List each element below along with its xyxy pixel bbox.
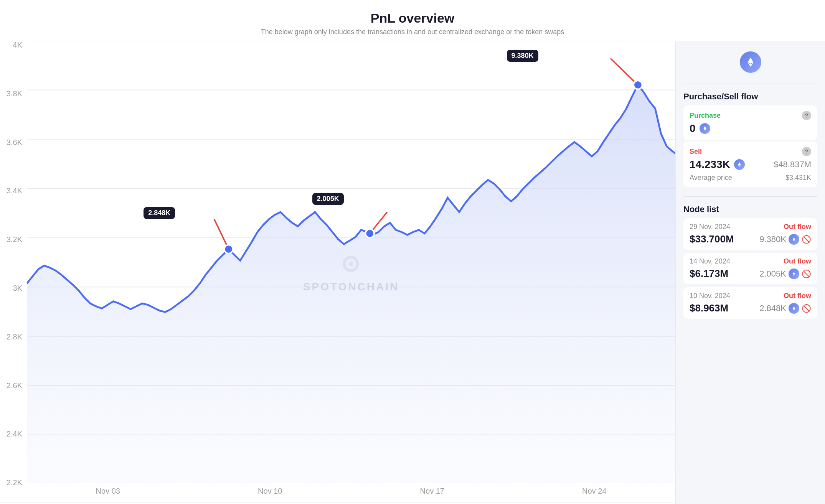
- node-header-2: 14 Nov, 2024 Out flow: [690, 257, 811, 265]
- node-eth-val-2: 2.005K: [759, 269, 786, 279]
- node-value-row-3: $8.963M 2.848K 🚫: [690, 302, 811, 314]
- node-item-2: 14 Nov, 2024 Out flow $6.173M 2.005K 🚫: [683, 253, 817, 284]
- eye-off-icon-1[interactable]: 🚫: [802, 235, 811, 244]
- sell-card: Sell ? 14.233K $48.837M Average price $3…: [683, 142, 817, 187]
- svg-line-10: [610, 59, 638, 85]
- x-label-nov24: Nov 24: [582, 487, 606, 496]
- node-flow-3: Out flow: [784, 292, 811, 300]
- node-eth-val-1: 9.380K: [759, 234, 786, 244]
- purchase-value: 0: [690, 122, 696, 135]
- x-label-nov10: Nov 10: [258, 487, 282, 496]
- right-panel: Purchase/Sell flow Purchase ? 0: [675, 41, 825, 504]
- divider-2: [683, 196, 817, 197]
- node-item-3: 10 Nov, 2024 Out flow $8.963M 2.848K 🚫: [683, 287, 817, 319]
- avg-price-value: $3.431K: [785, 174, 811, 182]
- y-label-38k: 3.8K: [7, 89, 22, 98]
- node-date-3: 10 Nov, 2024: [690, 292, 730, 300]
- x-axis: Nov 03 Nov 10 Nov 17 Nov 24: [27, 483, 675, 499]
- eye-off-icon-2[interactable]: 🚫: [802, 269, 811, 278]
- y-axis: 4K 3.8K 3.6K 3.4K 3.2K 3K 2.8K 2.6K 2.4K…: [0, 41, 27, 502]
- purchase-card: Purchase ? 0: [683, 105, 817, 140]
- y-label-36k: 3.6K: [7, 138, 22, 147]
- node-date-2: 14 Nov, 2024: [690, 257, 730, 265]
- y-label-26k: 2.6K: [7, 381, 22, 390]
- y-label-24k: 2.4K: [7, 430, 22, 438]
- main-content: 4K 3.8K 3.6K 3.4K 3.2K 3K 2.8K 2.6K 2.4K…: [0, 41, 825, 504]
- eth-icon-row: [683, 48, 817, 76]
- purchase-sell-title: Purchase/Sell flow: [683, 92, 817, 102]
- sell-eth-badge: [734, 159, 745, 170]
- node-eth-badge-3: [789, 303, 799, 314]
- x-label-nov03: Nov 03: [96, 487, 120, 496]
- x-label-nov17: Nov 17: [420, 487, 444, 496]
- svg-point-13: [634, 81, 642, 89]
- sell-help-icon[interactable]: ?: [802, 147, 811, 156]
- chart-svg: [27, 41, 675, 483]
- y-label-4k: 4K: [13, 41, 22, 49]
- node-date-1: 29 Nov, 2024: [690, 223, 730, 231]
- y-label-32k: 3.2K: [7, 235, 22, 244]
- sell-label: Sell: [690, 148, 702, 156]
- y-label-22k: 2.2K: [7, 478, 22, 487]
- node-usd-1: $33.700M: [690, 233, 734, 245]
- purchase-label-row: Purchase ?: [690, 111, 811, 120]
- node-list-title: Node list: [683, 204, 817, 214]
- avg-price-row: Average price $3.431K: [690, 174, 811, 182]
- node-eth-row-2: 2.005K 🚫: [759, 268, 811, 279]
- purchase-sell-section: Purchase/Sell flow Purchase ? 0: [683, 92, 817, 189]
- chart-section: 4K 3.8K 3.6K 3.4K 3.2K 3K 2.8K 2.6K 2.4K…: [0, 41, 675, 504]
- node-item-1: 29 Nov, 2024 Out flow $33.700M 9.380K 🚫: [683, 218, 817, 250]
- chart-wrapper: 4K 3.8K 3.6K 3.4K 3.2K 3K 2.8K 2.6K 2.4K…: [0, 41, 675, 502]
- sell-value-row: 14.233K $48.837M: [690, 158, 811, 171]
- avg-price-label: Average price: [690, 174, 732, 182]
- node-usd-2: $6.173M: [690, 268, 728, 280]
- y-label-34k: 3.4K: [7, 186, 22, 195]
- svg-point-15: [224, 245, 233, 253]
- node-value-row-2: $6.173M 2.005K 🚫: [690, 268, 811, 280]
- sell-usd-value: $48.837M: [774, 160, 811, 170]
- node-eth-row-1: 9.380K 🚫: [759, 234, 811, 245]
- eth-circle-icon: [740, 51, 761, 73]
- node-flow-2: Out flow: [784, 257, 811, 265]
- svg-point-14: [366, 229, 375, 237]
- node-eth-val-3: 2.848K: [759, 303, 786, 313]
- node-list-section: Node list 29 Nov, 2024 Out flow $33.700M…: [683, 204, 817, 322]
- node-eth-row-3: 2.848K 🚫: [759, 303, 811, 314]
- sell-value: 14.233K: [690, 158, 730, 171]
- purchase-help-icon[interactable]: ?: [802, 111, 811, 120]
- node-eth-badge-2: [789, 268, 799, 279]
- page-subtitle: The below graph only includes the transa…: [0, 28, 825, 36]
- node-eth-badge-1: [789, 234, 799, 245]
- purchase-label: Purchase: [690, 112, 721, 120]
- divider-1: [683, 84, 817, 84]
- node-header-1: 29 Nov, 2024 Out flow: [690, 223, 811, 231]
- eye-off-icon-3[interactable]: 🚫: [802, 304, 811, 313]
- y-label-3k: 3K: [13, 284, 22, 293]
- node-flow-1: Out flow: [784, 223, 811, 231]
- page-title: PnL overview: [0, 11, 825, 26]
- node-value-row-1: $33.700M 9.380K 🚫: [690, 233, 811, 245]
- y-label-28k: 2.8K: [7, 333, 22, 341]
- page-header: PnL overview The below graph only includ…: [0, 0, 825, 41]
- purchase-value-row: 0: [690, 122, 811, 135]
- sell-label-row: Sell ?: [690, 147, 811, 156]
- bottom-controls: Inflow Outflow Amount Group by: 1 hour 4…: [0, 502, 675, 504]
- node-header-3: 10 Nov, 2024 Out flow: [690, 292, 811, 300]
- node-usd-3: $8.963M: [690, 302, 728, 314]
- purchase-eth-badge: [700, 123, 710, 134]
- chart-inner: 9.380K 2.005K 2.848K ⊙ SPOTONCHAIN Nov 0…: [27, 41, 675, 502]
